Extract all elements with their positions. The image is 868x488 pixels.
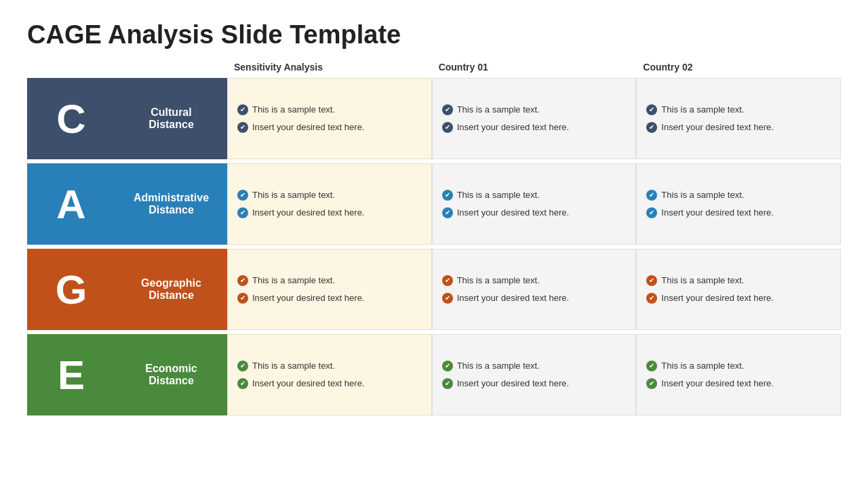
sensitivity-cultural: ✔ This is a sample text. ✔ Insert your d…: [227, 78, 432, 159]
bullet-item: ✔ Insert your desired text here.: [237, 121, 422, 134]
check-icon: ✔: [237, 207, 248, 218]
country2-administrative: ✔ This is a sample text. ✔ Insert your d…: [636, 163, 841, 245]
bullet-item: ✔ This is a sample text.: [646, 104, 831, 116]
bullet-item: ✔ Insert your desired text here.: [442, 121, 627, 134]
check-icon: ✔: [237, 361, 248, 371]
check-icon: ✔: [237, 378, 248, 389]
check-icon: ✔: [442, 293, 453, 304]
country2-economic: ✔ This is a sample text. ✔ Insert your d…: [636, 334, 841, 415]
bullet-item: ✔ This is a sample text.: [442, 360, 627, 372]
page-title: CAGE Analysis Slide Template: [27, 20, 841, 49]
sensitivity-administrative: ✔ This is a sample text. ✔ Insert your d…: [227, 163, 432, 245]
text: This is a sample text.: [661, 189, 744, 201]
check-icon: ✔: [646, 361, 657, 371]
text: Insert your desired text here.: [457, 292, 569, 304]
text: Insert your desired text here.: [661, 121, 773, 134]
bullet-item: ✔ Insert your desired text here.: [442, 292, 627, 304]
country2-cultural: ✔ This is a sample text. ✔ Insert your d…: [636, 78, 841, 159]
header-country1: Country 01: [432, 62, 637, 78]
text: Insert your desired text here.: [252, 378, 364, 390]
check-icon: ✔: [646, 378, 657, 389]
check-icon: ✔: [442, 207, 453, 218]
text: This is a sample text.: [661, 274, 744, 287]
bullet-item: ✔ This is a sample text.: [442, 104, 627, 116]
check-icon: ✔: [442, 122, 453, 133]
bullet-item: ✔ Insert your desired text here.: [237, 207, 422, 219]
text: Insert your desired text here.: [661, 378, 773, 390]
bullet-item: ✔ This is a sample text.: [646, 360, 831, 372]
bullet-item: ✔ Insert your desired text here.: [646, 121, 831, 134]
bullet-item: ✔ Insert your desired text here.: [442, 207, 627, 219]
check-icon: ✔: [442, 104, 453, 115]
text: This is a sample text.: [661, 104, 744, 116]
letter-e: E: [27, 334, 115, 415]
country2-geographic: ✔ This is a sample text. ✔ Insert your d…: [636, 249, 841, 330]
bullet-item: ✔ Insert your desired text here.: [646, 292, 831, 304]
bullet-item: ✔ This is a sample text.: [237, 104, 422, 116]
check-icon: ✔: [442, 378, 453, 389]
text: This is a sample text.: [661, 360, 744, 372]
check-icon: ✔: [646, 207, 657, 218]
country1-cultural: ✔ This is a sample text. ✔ Insert your d…: [432, 78, 637, 159]
bullet-item: ✔ Insert your desired text here.: [237, 292, 422, 304]
text: This is a sample text.: [457, 274, 540, 287]
check-icon: ✔: [442, 275, 453, 286]
text: This is a sample text.: [252, 104, 335, 116]
bullet-item: ✔ This is a sample text.: [646, 189, 831, 201]
bullet-item: ✔ This is a sample text.: [237, 189, 422, 201]
text: Insert your desired text here.: [252, 292, 364, 304]
check-icon: ✔: [237, 275, 248, 286]
row-administrative: A AdministrativeDistance ✔ This is a sam…: [27, 163, 841, 245]
text: This is a sample text.: [457, 104, 540, 116]
letter-g: G: [27, 249, 115, 330]
bullet-item: ✔ This is a sample text.: [237, 360, 422, 372]
text: Insert your desired text here.: [661, 292, 773, 304]
row-cultural: C CulturalDistance ✔ This is a sample te…: [27, 78, 841, 159]
row-geographic: G GeographicDistance ✔ This is a sample …: [27, 249, 841, 330]
label-cultural: CulturalDistance: [115, 78, 227, 159]
bullet-item: ✔ Insert your desired text here.: [442, 378, 627, 390]
text: This is a sample text.: [252, 360, 335, 372]
cage-table: Sensitivity Analysis Country 01 Country …: [27, 62, 841, 415]
text: This is a sample text.: [252, 189, 335, 201]
bullet-item: ✔ This is a sample text.: [442, 274, 627, 287]
check-icon: ✔: [442, 190, 453, 201]
text: Insert your desired text here.: [252, 121, 364, 134]
check-icon: ✔: [237, 122, 248, 133]
sensitivity-geographic: ✔ This is a sample text. ✔ Insert your d…: [227, 249, 432, 330]
check-icon: ✔: [646, 190, 657, 201]
text: Insert your desired text here.: [457, 121, 569, 134]
text: This is a sample text.: [457, 189, 540, 201]
row-economic: E EconomicDistance ✔ This is a sample te…: [27, 334, 841, 415]
label-administrative: AdministrativeDistance: [115, 163, 227, 245]
letter-c: C: [27, 78, 115, 159]
text: Insert your desired text here.: [457, 378, 569, 390]
text: This is a sample text.: [252, 274, 335, 287]
bullet-item: ✔ This is a sample text.: [442, 189, 627, 201]
text: Insert your desired text here.: [252, 207, 364, 219]
check-icon: ✔: [237, 293, 248, 304]
bullet-item: ✔ This is a sample text.: [237, 274, 422, 287]
label-economic: EconomicDistance: [115, 334, 227, 415]
header-sensitivity: Sensitivity Analysis: [227, 62, 432, 78]
check-icon: ✔: [442, 361, 453, 371]
country1-geographic: ✔ This is a sample text. ✔ Insert your d…: [432, 249, 637, 330]
check-icon: ✔: [237, 190, 248, 201]
text: This is a sample text.: [457, 360, 540, 372]
text: Insert your desired text here.: [457, 207, 569, 219]
check-icon: ✔: [646, 293, 657, 304]
bullet-item: ✔ This is a sample text.: [646, 274, 831, 287]
text: Insert your desired text here.: [661, 207, 773, 219]
check-icon: ✔: [646, 122, 657, 133]
check-icon: ✔: [646, 275, 657, 286]
bullet-item: ✔ Insert your desired text here.: [646, 378, 831, 390]
bullet-item: ✔ Insert your desired text here.: [237, 378, 422, 390]
bullet-item: ✔ Insert your desired text here.: [646, 207, 831, 219]
country1-economic: ✔ This is a sample text. ✔ Insert your d…: [432, 334, 637, 415]
check-icon: ✔: [237, 104, 248, 115]
header-country2: Country 02: [636, 62, 841, 78]
country1-administrative: ✔ This is a sample text. ✔ Insert your d…: [432, 163, 637, 245]
letter-a: A: [27, 163, 115, 245]
table-header: Sensitivity Analysis Country 01 Country …: [27, 62, 841, 78]
sensitivity-economic: ✔ This is a sample text. ✔ Insert your d…: [227, 334, 432, 415]
